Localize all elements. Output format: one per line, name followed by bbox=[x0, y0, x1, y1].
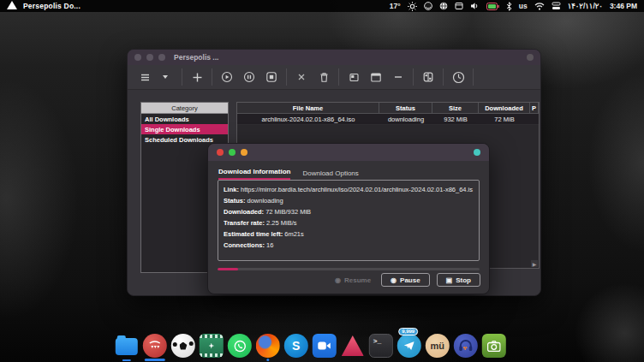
dialog-titlebar[interactable] bbox=[208, 144, 489, 161]
close-button[interactable] bbox=[134, 54, 141, 61]
keyboard-layout-label[interactable]: us bbox=[519, 2, 528, 10]
column-header-size[interactable]: Size bbox=[432, 103, 479, 113]
minimize-button[interactable] bbox=[146, 54, 153, 61]
zoom-button[interactable] bbox=[158, 54, 165, 61]
dock-item-screenshot[interactable] bbox=[482, 334, 506, 358]
stack-icon[interactable] bbox=[552, 2, 561, 10]
bluetooth-icon[interactable] bbox=[506, 2, 512, 11]
dialog-close-button[interactable] bbox=[217, 149, 224, 156]
column-header-file-name[interactable]: File Name bbox=[237, 103, 379, 113]
persepolis-icon bbox=[143, 334, 167, 358]
dock-item-musehub[interactable]: mü bbox=[426, 334, 450, 358]
volume-icon[interactable] bbox=[470, 2, 480, 10]
trash-button[interactable] bbox=[313, 68, 334, 86]
brightness-icon[interactable] bbox=[408, 2, 417, 11]
stop-icon: ▣ bbox=[446, 276, 453, 284]
running-indicator bbox=[122, 359, 131, 362]
dock-item-terminal[interactable]: >_ bbox=[369, 334, 393, 358]
menu-button[interactable] bbox=[134, 68, 155, 86]
video-call-icon bbox=[313, 334, 337, 358]
column-header-downloaded[interactable]: Downloaded bbox=[479, 103, 530, 113]
sidebar-item-single-downloads[interactable]: Single Downloads bbox=[141, 124, 228, 134]
small-window-button[interactable] bbox=[343, 68, 364, 86]
table-hscroll-right-arrow[interactable]: ▶ bbox=[531, 260, 538, 267]
tab-download-options[interactable]: Download Options bbox=[302, 169, 358, 180]
video-converter-button[interactable] bbox=[418, 68, 438, 86]
download-information-dialog: Download Information Download Options Li… bbox=[207, 143, 490, 294]
dock: S >_ 9,999 mü bbox=[115, 334, 506, 358]
main-window-title: Persepolis ... bbox=[174, 53, 218, 62]
sidebar-item-all-downloads[interactable]: All Downloads bbox=[141, 114, 228, 124]
active-indicator bbox=[145, 359, 165, 362]
toolbar bbox=[128, 65, 540, 90]
window-button[interactable] bbox=[366, 68, 386, 86]
arch-logo-icon[interactable] bbox=[7, 1, 17, 9]
stop-button[interactable]: ▣Stop bbox=[437, 273, 480, 287]
titlebar-right-dot bbox=[527, 54, 534, 61]
telegram-icon bbox=[397, 334, 421, 358]
resume-button[interactable]: ◉Resume bbox=[331, 274, 374, 286]
camera-icon bbox=[482, 334, 506, 358]
dock-item-arch[interactable] bbox=[341, 334, 365, 358]
main-window-titlebar[interactable]: Persepolis ... bbox=[128, 50, 540, 65]
column-header-progress[interactable]: P bbox=[530, 103, 539, 113]
dock-item-firefox[interactable] bbox=[256, 334, 280, 358]
dock-item-telegram[interactable]: 9,999 bbox=[397, 334, 421, 358]
schedule-clock-button[interactable] bbox=[448, 68, 468, 86]
time-label[interactable]: 3:46 PM bbox=[610, 2, 637, 10]
dock-item-persepolis[interactable] bbox=[143, 334, 167, 358]
download-info-box: Link: https://mirror.bardia.tech/archlin… bbox=[218, 180, 480, 261]
dialog-minimize-button[interactable] bbox=[241, 149, 247, 156]
cell-status: downloading bbox=[379, 114, 432, 124]
remove-download-button[interactable] bbox=[291, 68, 312, 86]
dock-item-skype[interactable]: S bbox=[284, 334, 308, 358]
info-downloaded: Downloaded: 72 MiB/932 MiB bbox=[224, 206, 474, 217]
circle-app-icon[interactable] bbox=[424, 2, 432, 10]
table-row[interactable]: archlinux-2024.02.01-x86_64.iso download… bbox=[237, 114, 539, 125]
dock-item-football[interactable] bbox=[171, 334, 195, 358]
start-download-button[interactable] bbox=[217, 68, 237, 86]
cell-file-name: archlinux-2024.02.01-x86_64.iso bbox=[237, 114, 379, 124]
info-status: Status: downloading bbox=[224, 195, 474, 206]
menu-caret-button[interactable] bbox=[157, 68, 177, 86]
pause-icon: ◉ bbox=[391, 276, 397, 284]
pause-download-button[interactable] bbox=[239, 68, 259, 86]
whatsapp-icon bbox=[228, 334, 252, 358]
temperature-label[interactable]: 17° bbox=[390, 2, 401, 10]
terminal-icon: >_ bbox=[369, 334, 393, 358]
wifi-icon[interactable] bbox=[534, 3, 545, 10]
info-estimated-time: Estimated time left: 6m21s bbox=[224, 228, 474, 240]
headphones-icon bbox=[454, 334, 478, 358]
dialog-zoom-button[interactable] bbox=[229, 149, 236, 156]
dock-item-video-call[interactable] bbox=[313, 334, 337, 358]
pause-button[interactable]: ◉Pause bbox=[381, 273, 430, 287]
globe-icon[interactable] bbox=[439, 2, 448, 10]
dialog-teal-dot bbox=[474, 149, 480, 156]
box-icon[interactable] bbox=[455, 2, 463, 10]
stop-download-button[interactable] bbox=[261, 68, 282, 86]
dock-item-audio[interactable] bbox=[454, 334, 478, 358]
dock-item-video-editor[interactable] bbox=[200, 334, 224, 358]
add-download-button[interactable] bbox=[187, 68, 207, 86]
battery-icon[interactable] bbox=[486, 3, 499, 10]
info-connections: Connections: 16 bbox=[224, 240, 474, 251]
chevron-down-icon bbox=[163, 75, 168, 79]
dialog-buttons: ◉Resume ◉Pause ▣Stop bbox=[331, 273, 480, 287]
resume-icon: ◉ bbox=[335, 276, 341, 284]
info-transfer-rate: Transfer rate: 2.25 MiB/s bbox=[224, 217, 474, 228]
menu-bar: Persepolis Do... 17° bbox=[0, 0, 644, 12]
video-editor-icon bbox=[200, 334, 224, 358]
firefox-icon bbox=[256, 334, 280, 358]
table-header-row: File Name Status Size Downloaded P bbox=[237, 103, 539, 114]
cell-size: 932 MiB bbox=[432, 114, 479, 124]
date-label[interactable]: ۱۴۰۲/۱۱/۲۰ bbox=[568, 2, 603, 10]
category-header: Category bbox=[141, 103, 228, 114]
cell-downloaded: 72 MiB bbox=[479, 114, 530, 124]
minus-button[interactable] bbox=[388, 68, 408, 86]
active-app-name[interactable]: Persepolis Do... bbox=[23, 2, 80, 10]
tab-download-information[interactable]: Download Information bbox=[218, 168, 290, 180]
column-header-status[interactable]: Status bbox=[379, 103, 432, 113]
dock-item-whatsapp[interactable] bbox=[228, 334, 252, 358]
dialog-tabs: Download Information Download Options bbox=[208, 161, 489, 180]
dock-item-finder[interactable] bbox=[115, 334, 139, 358]
